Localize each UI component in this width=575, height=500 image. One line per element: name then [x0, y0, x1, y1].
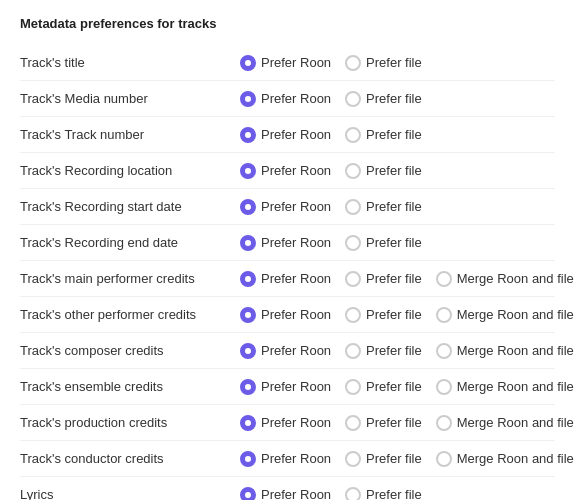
radio-option[interactable]: Prefer file: [345, 271, 422, 287]
preference-label: Track's Recording start date: [20, 199, 240, 214]
preference-label: Track's Recording location: [20, 163, 240, 178]
radio-option[interactable]: Prefer Roon: [240, 163, 331, 179]
radio-option[interactable]: Merge Roon and file: [436, 307, 574, 323]
radio-option[interactable]: Merge Roon and file: [436, 379, 574, 395]
page-title: Metadata preferences for tracks: [20, 16, 555, 31]
radio-label: Prefer file: [366, 307, 422, 322]
radio-circle: [436, 271, 452, 287]
radio-option[interactable]: Prefer file: [345, 127, 422, 143]
radio-circle: [240, 235, 256, 251]
radio-option[interactable]: Prefer file: [345, 307, 422, 323]
radio-circle: [345, 307, 361, 323]
radio-label: Prefer file: [366, 451, 422, 466]
radio-label: Prefer Roon: [261, 343, 331, 358]
preference-label: Track's composer credits: [20, 343, 240, 358]
preference-row: Track's composer creditsPrefer RoonPrefe…: [20, 333, 555, 369]
radio-circle: [345, 487, 361, 501]
radio-circle: [345, 199, 361, 215]
radio-label: Prefer Roon: [261, 163, 331, 178]
radio-circle: [240, 163, 256, 179]
radio-circle: [436, 307, 452, 323]
radio-option[interactable]: Merge Roon and file: [436, 415, 574, 431]
preference-row: Track's titlePrefer RoonPrefer file: [20, 45, 555, 81]
radio-circle: [240, 379, 256, 395]
radio-option[interactable]: Prefer file: [345, 451, 422, 467]
radio-label: Prefer Roon: [261, 415, 331, 430]
radio-option[interactable]: Prefer Roon: [240, 487, 331, 501]
radio-circle: [345, 415, 361, 431]
radio-label: Merge Roon and file: [457, 271, 574, 286]
preference-row: Track's Track numberPrefer RoonPrefer fi…: [20, 117, 555, 153]
radio-circle: [436, 415, 452, 431]
preference-label: Track's title: [20, 55, 240, 70]
preference-options: Prefer RoonPrefer fileMerge Roon and fil…: [240, 343, 575, 359]
preference-options: Prefer RoonPrefer fileMerge Roon and fil…: [240, 415, 575, 431]
radio-option[interactable]: Prefer Roon: [240, 415, 331, 431]
radio-option[interactable]: Prefer Roon: [240, 127, 331, 143]
radio-option[interactable]: Prefer Roon: [240, 91, 331, 107]
radio-option[interactable]: Prefer file: [345, 163, 422, 179]
radio-option[interactable]: Prefer file: [345, 379, 422, 395]
radio-option[interactable]: Prefer file: [345, 487, 422, 501]
radio-label: Prefer file: [366, 379, 422, 394]
preference-options: Prefer RoonPrefer file: [240, 55, 555, 71]
radio-option[interactable]: Prefer Roon: [240, 199, 331, 215]
preference-label: Lyrics: [20, 487, 240, 500]
radio-label: Prefer file: [366, 91, 422, 106]
preference-options: Prefer RoonPrefer fileMerge Roon and fil…: [240, 379, 575, 395]
radio-option[interactable]: Prefer Roon: [240, 343, 331, 359]
radio-option[interactable]: Prefer Roon: [240, 271, 331, 287]
radio-option[interactable]: Prefer Roon: [240, 235, 331, 251]
radio-circle: [436, 451, 452, 467]
radio-label: Prefer file: [366, 163, 422, 178]
radio-option[interactable]: Merge Roon and file: [436, 343, 574, 359]
radio-label: Prefer file: [366, 343, 422, 358]
radio-option[interactable]: Prefer Roon: [240, 307, 331, 323]
preference-options: Prefer RoonPrefer file: [240, 487, 555, 501]
radio-option[interactable]: Prefer file: [345, 199, 422, 215]
radio-circle: [240, 55, 256, 71]
preference-label: Track's Track number: [20, 127, 240, 142]
radio-circle: [345, 127, 361, 143]
preference-row: Track's Recording locationPrefer RoonPre…: [20, 153, 555, 189]
radio-option[interactable]: Prefer file: [345, 415, 422, 431]
radio-label: Prefer Roon: [261, 235, 331, 250]
preference-row: Track's Recording end datePrefer RoonPre…: [20, 225, 555, 261]
preference-options: Prefer RoonPrefer file: [240, 235, 555, 251]
radio-option[interactable]: Prefer Roon: [240, 55, 331, 71]
preference-label: Track's other performer credits: [20, 307, 240, 322]
preference-label: Track's Media number: [20, 91, 240, 106]
radio-label: Merge Roon and file: [457, 343, 574, 358]
radio-option[interactable]: Prefer file: [345, 235, 422, 251]
radio-circle: [240, 91, 256, 107]
preference-row: Track's conductor creditsPrefer RoonPref…: [20, 441, 555, 477]
radio-label: Prefer file: [366, 199, 422, 214]
radio-circle: [240, 487, 256, 501]
preference-label: Track's ensemble credits: [20, 379, 240, 394]
radio-circle: [345, 451, 361, 467]
radio-label: Merge Roon and file: [457, 379, 574, 394]
preference-row: Track's Recording start datePrefer RoonP…: [20, 189, 555, 225]
radio-circle: [345, 271, 361, 287]
radio-label: Prefer Roon: [261, 487, 331, 500]
radio-option[interactable]: Prefer file: [345, 55, 422, 71]
radio-option[interactable]: Prefer Roon: [240, 379, 331, 395]
radio-option[interactable]: Merge Roon and file: [436, 271, 574, 287]
preference-row: Track's ensemble creditsPrefer RoonPrefe…: [20, 369, 555, 405]
preference-row: LyricsPrefer RoonPrefer file: [20, 477, 555, 500]
radio-circle: [345, 235, 361, 251]
radio-circle: [240, 199, 256, 215]
preference-options: Prefer RoonPrefer file: [240, 91, 555, 107]
radio-label: Prefer file: [366, 271, 422, 286]
preference-options: Prefer RoonPrefer fileMerge Roon and fil…: [240, 307, 575, 323]
radio-option[interactable]: Prefer file: [345, 91, 422, 107]
radio-label: Prefer Roon: [261, 379, 331, 394]
radio-option[interactable]: Prefer Roon: [240, 451, 331, 467]
preference-label: Track's main performer credits: [20, 271, 240, 286]
preference-row: Track's main performer creditsPrefer Roo…: [20, 261, 555, 297]
radio-label: Merge Roon and file: [457, 307, 574, 322]
radio-label: Prefer file: [366, 415, 422, 430]
radio-option[interactable]: Prefer file: [345, 343, 422, 359]
radio-option[interactable]: Merge Roon and file: [436, 451, 574, 467]
preference-options: Prefer RoonPrefer file: [240, 199, 555, 215]
